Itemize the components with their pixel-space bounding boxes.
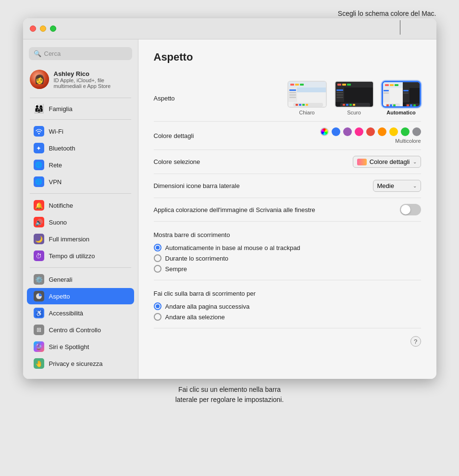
maximize-button[interactable] — [50, 25, 56, 32]
user-section[interactable]: 👩 Ashley Rico ID Apple, iCloud+, file mu… — [23, 66, 138, 93]
scrollbars-option-always[interactable]: Sempre — [154, 263, 421, 274]
svg-rect-26 — [353, 104, 355, 106]
sidebar-item-vpn[interactable]: 🌐 VPN — [27, 174, 134, 190]
scrollbars-section: Mostra barre di scorrimento Automaticame… — [154, 225, 421, 280]
appearance-options: Chiaro — [267, 81, 421, 115]
sidebar-item-rete[interactable]: 🌐 Rete — [27, 157, 134, 173]
svg-rect-10 — [302, 104, 305, 106]
user-name: Ashley Rico — [54, 70, 111, 77]
appearance-icon — [34, 291, 44, 301]
selection-color-dropdown[interactable]: Colore dettagli ⌄ — [353, 156, 421, 168]
scroll-click-option-selection[interactable]: Andare alla selezione — [154, 312, 421, 322]
sound-icon: 🔊 — [34, 217, 44, 227]
scroll-click-title: Fai clic sulla barra di scorrimento per — [154, 290, 421, 297]
appearance-thumb-automatico[interactable]: Automatico — [382, 81, 421, 115]
svg-rect-45 — [407, 104, 409, 106]
sidebar-item-wifi[interactable]: Wi-Fi — [27, 123, 134, 139]
close-button[interactable] — [30, 25, 36, 32]
notifications-icon: 🔔 — [34, 200, 44, 211]
sidebar-item-privacy[interactable]: 🤚 Privacy e sicurezza — [27, 355, 134, 372]
sidebar-item-accessibility[interactable]: ♿ Accessibilità — [27, 305, 134, 321]
sidebar-icon-size-dropdown[interactable]: Medie ⌄ — [373, 180, 421, 192]
scrollbars-option-auto[interactable]: Automaticamente in base al mouse o al tr… — [154, 242, 421, 253]
privacy-icon: 🤚 — [34, 358, 44, 369]
svg-rect-8 — [296, 104, 298, 106]
color-options — [320, 127, 421, 136]
sidebar-item-aspetto[interactable]: Aspetto — [27, 288, 134, 304]
selection-color-row: Colore selezione Colore dettagli ⌄ — [154, 150, 421, 174]
scrollbars-option-always-label: Sempre — [165, 265, 187, 273]
help-button[interactable]: ? — [410, 336, 421, 347]
sidebar-item-label: Full immersion — [49, 236, 90, 243]
color-red[interactable] — [366, 127, 375, 136]
minimize-button[interactable] — [40, 25, 46, 32]
sidebar-item-label: Wi-Fi — [49, 128, 63, 135]
accent-color-row: Colore dettagli — [154, 122, 421, 150]
sidebar-item-suono[interactable]: 🔊 Suono — [27, 214, 134, 230]
color-blue[interactable] — [332, 127, 340, 136]
color-sub-label: Multicolore — [395, 138, 421, 144]
color-purple[interactable] — [343, 127, 352, 136]
svg-rect-25 — [349, 104, 352, 106]
color-yellow[interactable] — [389, 127, 398, 136]
radio-circle-auto[interactable] — [154, 244, 161, 251]
network-icon: 🌐 — [34, 160, 44, 170]
radio-circle-scrolling[interactable] — [154, 254, 161, 262]
sidebar-item-famiglia[interactable]: 👨‍👩‍👧 Famiglia — [27, 100, 134, 117]
sidebar-item-siri[interactable]: 🔮 Siri e Spotlight — [27, 338, 134, 355]
sidebar-item-controlcenter[interactable]: ⊞ Centro di Controllo — [27, 322, 134, 338]
panel-title: Aspetto — [154, 51, 421, 63]
focus-icon: 🌙 — [34, 234, 44, 244]
tooltip-top: Scegli lo schema colore del Mac. — [338, 10, 436, 17]
svg-rect-23 — [343, 104, 345, 106]
color-pink[interactable] — [355, 127, 363, 136]
wifi-icon — [34, 126, 44, 137]
sidebar-item-label: Centro di Controllo — [49, 326, 101, 334]
scroll-click-option-nextpage[interactable]: Andare alla pagina successiva — [154, 301, 421, 312]
radio-circle-always[interactable] — [154, 265, 161, 273]
search-icon: 🔍 — [34, 50, 41, 57]
sidebar: 🔍 Cerca 👩 Ashley Rico ID Apple, iCloud+,… — [23, 39, 138, 379]
user-info: Ashley Rico ID Apple, iCloud+, file mult… — [54, 70, 111, 89]
scrollbars-option-scrolling[interactable]: Durante lo scorrimento — [154, 253, 421, 263]
wallpaper-tinting-label: Applica colorazione dell'immagine di Scr… — [154, 206, 315, 213]
sidebar-item-bluetooth[interactable]: ✦ Bluetooth — [27, 140, 134, 156]
appearance-thumbnails: Chiaro — [287, 81, 421, 115]
titlebar — [23, 18, 436, 39]
vpn-icon: 🌐 — [34, 176, 44, 187]
color-gray[interactable] — [412, 127, 421, 136]
sidebar-item-label: Privacy e sicurezza — [49, 360, 103, 367]
svg-rect-41 — [386, 104, 389, 106]
selection-color-chevron: ⌄ — [413, 159, 417, 164]
svg-rect-37 — [385, 84, 389, 86]
radio-circle-selection[interactable] — [154, 313, 161, 321]
radio-circle-nextpage[interactable] — [154, 302, 161, 310]
sidebar-icon-size-row: Dimensioni icone barra laterale Medie ⌄ — [154, 174, 421, 198]
search-bar[interactable]: 🔍 Cerca — [29, 47, 132, 60]
svg-rect-4 — [290, 84, 294, 86]
sidebar-item-label: Suono — [49, 219, 67, 226]
color-orange[interactable] — [378, 127, 386, 136]
accent-color-label: Colore dettagli — [154, 132, 260, 139]
svg-rect-39 — [395, 84, 398, 86]
sidebar-item-focus[interactable]: 🌙 Full immersion — [27, 231, 134, 247]
sidebar-group-system: ⚙️ Generali Aspetto ♿ Accessibilità — [23, 270, 138, 373]
wallpaper-tinting-row: Applica colorazione dell'immagine di Scr… — [154, 198, 421, 222]
appearance-thumb-scuro[interactable]: Scuro — [335, 81, 374, 115]
selection-color-control: Colore dettagli ⌄ — [267, 156, 421, 168]
scroll-click-option-selection-label: Andare alla selezione — [165, 313, 225, 321]
wallpaper-tinting-toggle[interactable] — [400, 204, 421, 215]
sidebar-item-notifiche[interactable]: 🔔 Notifiche — [27, 197, 134, 213]
sidebar-item-screentime[interactable]: ⏱ Tempo di utilizzo — [27, 248, 134, 264]
svg-rect-43 — [393, 104, 396, 106]
color-green[interactable] — [401, 127, 409, 136]
sidebar-item-generali[interactable]: ⚙️ Generali — [27, 271, 134, 288]
sidebar-item-label: Tempo di utilizzo — [49, 252, 95, 260]
color-multicolor[interactable] — [320, 127, 329, 136]
accessibility-icon: ♿ — [34, 308, 44, 318]
sidebar-group-network: Wi-Fi ✦ Bluetooth 🌐 Rete 🌐 VPN — [23, 122, 138, 191]
svg-rect-36 — [403, 82, 421, 88]
siri-icon: 🔮 — [34, 341, 44, 352]
appearance-thumb-chiaro[interactable]: Chiaro — [287, 81, 327, 115]
traffic-lights — [30, 25, 56, 32]
